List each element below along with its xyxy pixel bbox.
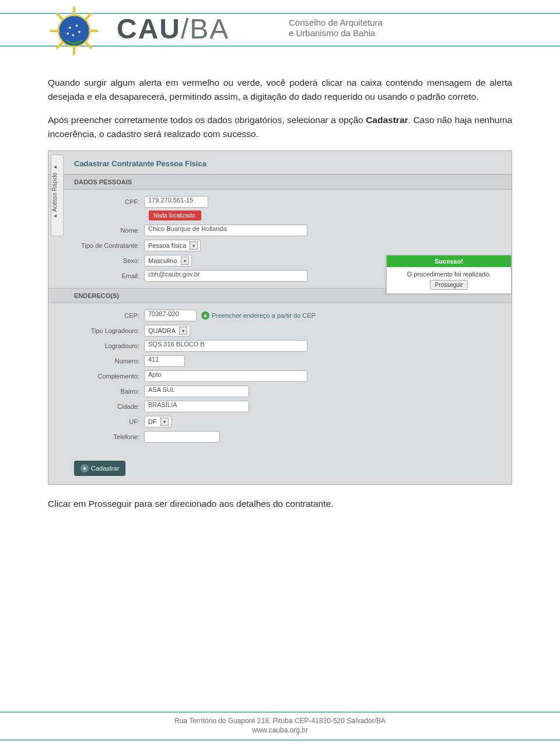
brand-sub-line1: Conselho de Arquitetura bbox=[289, 17, 383, 28]
brand-logo-text: CAU/BA bbox=[117, 13, 229, 45]
alert-nada-localizado[interactable]: Nada localizado. bbox=[149, 211, 201, 220]
svg-line-8 bbox=[57, 43, 62, 48]
nome-input[interactable]: Chico Buarque de Hollanda bbox=[144, 225, 307, 236]
label-email: Email: bbox=[74, 272, 144, 279]
svg-line-6 bbox=[86, 43, 91, 48]
tipo-logradouro-select[interactable]: QUADRA ▾ bbox=[144, 325, 190, 337]
label-nome: Nome: bbox=[74, 227, 144, 234]
quick-access-tab[interactable]: ▸ Acesso Rápido ▸ bbox=[51, 155, 64, 236]
prosseguir-button[interactable]: Prosseguir bbox=[430, 280, 468, 290]
label-cep: CEP: bbox=[74, 312, 144, 319]
footer-address: Rua Território do Guaporé 218, Pituba CE… bbox=[0, 716, 560, 726]
paragraph-3: Clicar em Prosseguir para ser direcionad… bbox=[0, 485, 560, 509]
sexo-select[interactable]: Masculino ▾ bbox=[144, 255, 192, 267]
numero-input[interactable]: 411 bbox=[144, 355, 185, 367]
svg-point-11 bbox=[78, 31, 80, 33]
cadastrar-button[interactable]: + Cadastrar bbox=[74, 461, 125, 476]
label-bairro: Bairro: bbox=[74, 388, 144, 395]
panel-title: Cadastrar Contratante Pessoa Física bbox=[48, 151, 512, 174]
brand-subtitle: Conselho de Arquitetura e Urbanismo da B… bbox=[289, 17, 383, 38]
label-tipo-contratante: Tipo de Contratante: bbox=[74, 242, 144, 249]
label-complemento: Complemento: bbox=[74, 373, 144, 380]
chevron-down-icon: ▾ bbox=[179, 327, 187, 335]
body-text: Quando surgir algum alerta em vermelho o… bbox=[0, 58, 560, 141]
success-title: Sucesso! bbox=[387, 255, 511, 267]
cep-input[interactable]: 70387-020 bbox=[144, 310, 197, 321]
chevron-down-icon: ▾ bbox=[181, 257, 189, 265]
plus-icon: + bbox=[201, 311, 209, 320]
section-dados-pessoais: DADOS PESSOAIS bbox=[48, 174, 512, 190]
seal-icon bbox=[48, 5, 100, 57]
chevron-down-icon: ▾ bbox=[190, 241, 198, 250]
document-header: CAU/BA Conselho de Arquitetura e Urbanis… bbox=[0, 0, 560, 58]
app-screenshot: ▸ Acesso Rápido ▸ Cadastrar Contratante … bbox=[48, 150, 512, 485]
footer-url: www.cauba.org.br bbox=[0, 726, 560, 735]
svg-point-10 bbox=[76, 24, 78, 27]
fill-address-button[interactable]: + Preencher endereço a partir do CEP bbox=[201, 311, 316, 320]
tipo-contratante-select[interactable]: Pessoa física ▾ bbox=[144, 240, 201, 251]
svg-line-7 bbox=[86, 14, 91, 19]
brand-sub-line2: e Urbanismo da Bahia bbox=[289, 28, 383, 38]
label-uf: UF: bbox=[74, 418, 144, 425]
success-message: O procedimento foi realizado. bbox=[391, 271, 506, 278]
telefone-input[interactable] bbox=[144, 431, 220, 443]
brand-main: CAU bbox=[117, 13, 181, 44]
footer-rule-1 bbox=[0, 712, 560, 713]
success-toast: Sucesso! O procedimento foi realizado. P… bbox=[386, 255, 512, 294]
label-cpf: CPF: bbox=[74, 198, 144, 205]
label-sexo: Sexo: bbox=[74, 257, 144, 264]
label-telefone: Telefone: bbox=[74, 433, 144, 440]
complemento-input[interactable]: Apto bbox=[144, 370, 307, 382]
form-endereco: CEP: 70387-020 + Preencher endereço a pa… bbox=[48, 303, 512, 449]
cpf-input[interactable]: 179.270.561-15 bbox=[144, 196, 208, 208]
email-input[interactable]: cbh@caubr.gov.br bbox=[144, 270, 307, 282]
label-numero: Numero: bbox=[74, 358, 144, 365]
chevron-right-icon: ▸ bbox=[51, 165, 58, 171]
label-logradouro: Logradouro: bbox=[74, 342, 144, 349]
label-cidade: Cidade: bbox=[74, 403, 144, 410]
svg-line-5 bbox=[57, 14, 62, 19]
document-footer: Rua Território do Guaporé 218, Pituba CE… bbox=[0, 712, 560, 742]
paragraph-1: Quando surgir algum alerta em vermelho o… bbox=[48, 76, 512, 104]
plus-icon: + bbox=[80, 464, 89, 472]
uf-select[interactable]: DF ▾ bbox=[144, 416, 172, 427]
footer-rule-2 bbox=[0, 740, 560, 741]
svg-point-12 bbox=[72, 34, 74, 36]
chevron-down-icon: ▾ bbox=[160, 418, 169, 426]
paragraph-2: Após preencher corretamente todos os dad… bbox=[48, 113, 512, 141]
chevron-right-icon: ▸ bbox=[51, 213, 58, 220]
svg-point-9 bbox=[69, 27, 71, 29]
label-tipo-logradouro: Tipo Logradouro: bbox=[74, 327, 144, 334]
cidade-input[interactable]: BRASÍLIA bbox=[144, 401, 249, 412]
brand-suffix: /BA bbox=[181, 13, 229, 44]
bairro-input[interactable]: ASA SUL bbox=[144, 385, 249, 397]
svg-point-13 bbox=[66, 33, 69, 35]
logradouro-input[interactable]: SQS 316 BLOCO B bbox=[144, 340, 307, 352]
